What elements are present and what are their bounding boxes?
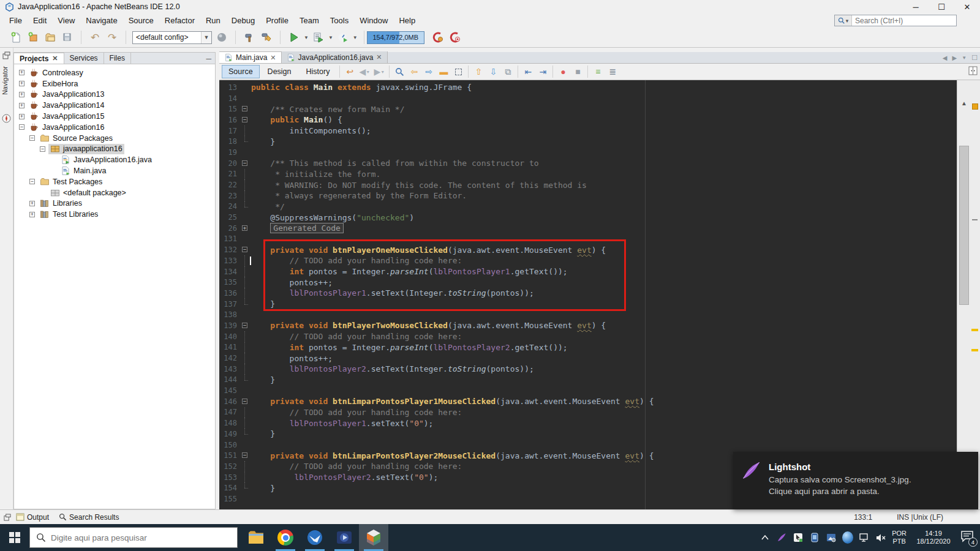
tree-item-controleasy[interactable]: +Controleasy (14, 67, 215, 78)
menu-refactor[interactable]: Refactor (159, 15, 200, 26)
expand-icon[interactable]: + (29, 201, 35, 206)
output-tab[interactable]: Output (11, 513, 54, 522)
fold-column[interactable]: − (240, 114, 251, 126)
fold-column[interactable]: − (240, 450, 251, 461)
menu-profile[interactable]: Profile (260, 15, 294, 26)
fold-collapse-icon[interactable]: − (242, 117, 247, 122)
uncomment-icon[interactable]: ≣ (606, 65, 619, 78)
menu-source[interactable]: Source (123, 15, 159, 26)
stop-macro-icon[interactable]: ■ (571, 65, 584, 78)
generated-code-fold[interactable]: Generated Code (270, 223, 344, 233)
forward-icon[interactable]: ▶▼ (372, 65, 386, 78)
fold-column[interactable]: − (240, 396, 251, 407)
code-text[interactable]: } (251, 137, 275, 146)
debug-dropdown[interactable]: ▼ (328, 35, 333, 40)
tree-item-javaapplication13[interactable]: +JavaApplication13 (14, 89, 215, 100)
network-icon[interactable] (859, 532, 870, 543)
close-icon[interactable]: ✕ (270, 54, 276, 62)
tree-item-body[interactable]: JavaApplication15 (28, 111, 106, 122)
comment-icon[interactable]: ≡ (591, 65, 605, 78)
tree-item-body[interactable]: JavaApplication13 (28, 89, 106, 100)
toggle-highlight-icon[interactable]: ▬ (437, 65, 450, 78)
tree-item-javaapplication16[interactable]: −javaapplication16 (14, 144, 215, 155)
code-text[interactable]: int pontos = Integer.parseInt(lblPontosP… (251, 343, 568, 352)
rectangular-selection-icon[interactable] (451, 65, 465, 78)
tree-item-body[interactable]: <default package> (48, 187, 128, 198)
tree-item-body[interactable]: ExibeHora (28, 78, 80, 89)
search-icon[interactable]: ▾ (835, 15, 852, 26)
fold-column[interactable]: − (240, 103, 251, 114)
lightshot-tray-icon[interactable] (776, 532, 787, 543)
code-text[interactable]: private void btnLimparPontosPlayer2Mouse… (251, 451, 654, 460)
tab-scroll-left-icon[interactable]: ◀ (943, 54, 948, 61)
panel-tab-projects[interactable]: Projects✕ (14, 53, 64, 64)
tree-item-source-packages[interactable]: −Source Packages (14, 133, 215, 144)
find-previous-icon[interactable]: ⇦ (407, 65, 421, 78)
shift-left-icon[interactable]: ⇤ (521, 65, 535, 78)
cursor-app-tray-icon[interactable] (793, 532, 804, 543)
code-text[interactable]: } (251, 375, 275, 384)
view-design-button[interactable]: Design (261, 65, 298, 78)
find-next-icon[interactable]: ⇨ (422, 65, 435, 78)
fold-collapse-icon[interactable]: − (242, 323, 247, 328)
close-button[interactable]: ✕ (954, 0, 980, 13)
code-text[interactable]: lblPontosPlayer1.setText("0"); (251, 419, 433, 428)
tree-item-body[interactable]: JavaApplication16.java (59, 155, 154, 165)
editor-tab-javaapplication16.java[interactable]: JavaApplication16.java✕ (282, 51, 388, 63)
code-text[interactable]: lblPontosPlayer2.setText(Integer.toStrin… (251, 364, 534, 373)
expand-icon[interactable]: + (19, 114, 24, 119)
volume-muted-icon[interactable] (875, 532, 886, 543)
expand-icon[interactable]: + (29, 212, 35, 217)
clock[interactable]: 14:1918/12/2020 (912, 530, 955, 545)
scrollbar-thumb[interactable] (959, 146, 969, 305)
lightshot-notification[interactable]: Lightshot Captura salva como Screenshot_… (733, 452, 978, 509)
new-project-button[interactable] (26, 30, 40, 45)
tree-item-exibehora[interactable]: +ExibeHora (14, 78, 215, 89)
undo-button[interactable]: ↶ (88, 30, 102, 45)
tree-item-body[interactable]: Test Packages (38, 176, 104, 187)
profiler-stop-button[interactable] (448, 30, 462, 45)
fold-column[interactable]: − (240, 158, 251, 169)
editor-scrollbar[interactable]: ▲ (957, 80, 970, 509)
close-icon[interactable]: ✕ (376, 53, 382, 61)
code-text[interactable]: } (251, 429, 275, 438)
menu-view[interactable]: View (52, 15, 80, 26)
last-edit-position-icon[interactable]: ↩ (343, 65, 356, 78)
menu-debug[interactable]: Debug (226, 15, 260, 26)
menu-team[interactable]: Team (294, 15, 325, 26)
tree-item-body[interactable]: JavaApplication14 (28, 100, 106, 111)
code-text[interactable]: private void btnLimparPontosPlayer1Mouse… (251, 397, 654, 406)
tree-item-body[interactable]: Source Packages (38, 133, 115, 143)
menu-navigate[interactable]: Navigate (80, 15, 123, 26)
maximize-button[interactable]: ☐ (929, 0, 954, 13)
split-editor-icon[interactable] (968, 66, 978, 78)
action-center[interactable]: 4 (960, 530, 975, 545)
redo-button[interactable]: ↷ (105, 30, 119, 45)
code-text[interactable]: /** Creates new form Main */ (251, 105, 404, 114)
expand-icon[interactable]: + (19, 92, 24, 97)
code-text[interactable]: } (251, 484, 275, 493)
expand-icon[interactable]: + (19, 70, 24, 75)
menu-edit[interactable]: Edit (28, 15, 52, 26)
tree-item-main-java[interactable]: Main.java (14, 165, 215, 176)
duplicate-lines-icon[interactable]: ⧉ (501, 65, 514, 78)
taskbar-netbeans[interactable] (359, 524, 388, 551)
record-macro-icon[interactable]: ● (556, 65, 570, 78)
view-history-button[interactable]: History (300, 65, 337, 78)
minimize-panel-icon[interactable]: ─ (206, 54, 211, 63)
code-text[interactable]: public Main() { (251, 115, 342, 124)
tab-scroll-right-icon[interactable]: ▶ (952, 54, 957, 61)
taskbar-search-input[interactable] (51, 533, 216, 542)
start-button[interactable] (0, 524, 29, 551)
taskbar-search[interactable] (29, 527, 238, 548)
code-text[interactable]: initComponents(); (251, 126, 371, 135)
dock-window-icon[interactable] (4, 514, 11, 521)
code-text[interactable]: Generated Code (251, 223, 344, 233)
panel-tab-services[interactable]: Services (64, 53, 104, 64)
stripe-warning-mark[interactable] (971, 329, 978, 331)
menu-help[interactable]: Help (393, 15, 421, 26)
fold-collapse-icon[interactable]: − (242, 452, 247, 458)
stripe-status-warning[interactable] (972, 103, 978, 110)
taskbar-chrome[interactable] (271, 524, 300, 551)
taskbar-explorer[interactable] (241, 524, 271, 551)
